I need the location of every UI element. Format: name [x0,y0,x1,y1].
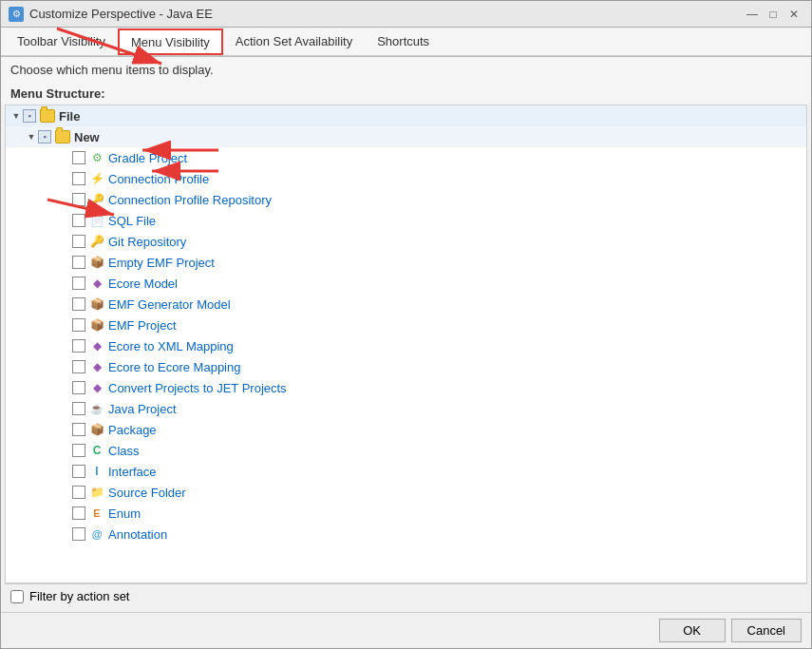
filter-bar: Filter by action set [5,583,807,608]
bottom-buttons: OK Cancel [1,612,811,648]
checkbox-package[interactable] [72,423,85,436]
tab-toolbar-visibility[interactable]: Toolbar Visibility [5,29,118,55]
git-icon: 🔑 [89,234,104,249]
section-header: Menu Structure: [1,83,811,105]
checkbox-emf-empty[interactable] [72,256,85,269]
tab-action-set[interactable]: Action Set Availability [223,29,365,55]
ecore-xml-label: Ecore to XML Mapping [108,339,234,353]
tree-item-emf-empty[interactable]: 📦 Empty EMF Project [6,252,806,273]
emf-project-icon: 📦 [89,317,104,333]
interface-icon: I [89,464,104,479]
window-title: Customize Perspective - Java EE [29,7,213,21]
tree-item-class[interactable]: C Class [6,440,806,461]
annotation-label: Annotation [108,527,167,542]
checkbox-enum[interactable] [72,506,85,520]
emf-gen-icon: 📦 [89,296,104,312]
checkbox-gradle[interactable] [72,151,85,164]
tree-item-ecore-xml[interactable]: ◆ Ecore to XML Mapping [6,335,806,356]
expand-new[interactable] [25,130,38,143]
file-folder-icon [40,109,55,123]
title-bar: ⚙ Customize Perspective - Java EE — □ ✕ [1,1,811,28]
title-bar-left: ⚙ Customize Perspective - Java EE [9,7,213,22]
emf-project-label: EMF Project [108,318,177,333]
sql-label: SQL File [108,214,156,228]
java-icon: ☕ [89,401,104,416]
interface-label: Interface [108,465,157,479]
checkbox-connection-profile[interactable] [72,172,85,185]
tree-item-git[interactable]: 🔑 Git Repository [6,231,806,252]
main-window: ⚙ Customize Perspective - Java EE — □ ✕ … [0,0,812,649]
ecore-ecore-label: Ecore to Ecore Mapping [108,360,240,374]
package-label: Package [108,423,157,437]
ecore-ecore-icon: ◆ [89,359,104,374]
checkbox-git[interactable] [72,235,85,248]
tree-item-java[interactable]: ☕ Java Project [6,398,806,419]
java-label: Java Project [108,402,177,416]
tree-item-annotation[interactable]: @ Annotation [6,524,806,544]
conn-repo-label: Connection Profile Repository [108,193,272,207]
checkbox-file[interactable]: ▪ [23,109,36,123]
connection-profile-icon: ⚡ [89,171,104,186]
cancel-button[interactable]: Cancel [731,619,802,642]
tree-item-enum[interactable]: E Enum [6,503,806,524]
tree-item-ecore-ecore[interactable]: ◆ Ecore to Ecore Mapping [6,356,806,377]
tree-item-package[interactable]: 📦 Package [6,419,806,440]
tab-menu-visibility[interactable]: Menu Visibility [118,29,223,55]
connection-profile-label: Connection Profile [108,172,209,186]
expand-file[interactable] [9,109,23,123]
git-label: Git Repository [108,235,186,249]
tree-item-ecore-model[interactable]: ◆ Ecore Model [6,273,806,294]
filter-checkbox[interactable] [10,590,24,603]
checkbox-source[interactable] [72,486,85,499]
checkbox-jet[interactable] [72,381,85,394]
tree-item-conn-repo[interactable]: 🔑 Connection Profile Repository [6,189,806,210]
tree-item-new[interactable]: ▪ New [6,126,806,147]
tree-item-emf-gen[interactable]: 📦 EMF Generator Model [6,294,806,315]
tree-item-jet[interactable]: ◆ Convert Projects to JET Projects [6,377,806,398]
tree-item-connection-profile[interactable]: ⚡ Connection Profile [6,168,806,189]
ok-button[interactable]: OK [659,619,726,642]
emf-empty-icon: 📦 [89,255,104,270]
gradle-label: Gradle Project [108,151,187,165]
enum-icon: E [89,506,104,521]
description-text: Choose which menu items to display. [1,57,811,83]
enum-label: Enum [108,506,141,521]
ecore-model-label: Ecore Model [108,277,178,291]
close-button[interactable]: ✕ [784,5,803,24]
tree-scroll-area[interactable]: ▪ File ▪ New [6,105,806,582]
tree-container: ▪ File ▪ New [5,105,807,583]
ecore-xml-icon: ◆ [89,338,104,353]
checkbox-new[interactable]: ▪ [38,130,51,143]
new-label: New [74,130,100,144]
checkbox-ecore-ecore[interactable] [72,360,85,373]
tree-item-emf-project[interactable]: 📦 EMF Project [6,315,806,335]
window-icon: ⚙ [9,7,24,22]
checkbox-java[interactable] [72,402,85,415]
checkbox-sql[interactable] [72,214,85,227]
checkbox-ecore-xml[interactable] [72,339,85,353]
checkbox-emf-project[interactable] [72,318,85,332]
tab-shortcuts[interactable]: Shortcuts [365,29,442,55]
checkbox-conn-repo[interactable] [72,193,85,206]
checkbox-interface[interactable] [72,465,85,478]
file-label: File [59,109,80,124]
tree-item-source[interactable]: 📁 Source Folder [6,482,806,503]
checkbox-annotation[interactable] [72,527,85,541]
tree-item-file[interactable]: ▪ File [6,105,806,126]
minimize-button[interactable]: — [743,5,762,24]
checkbox-ecore-model[interactable] [72,277,85,290]
tree-item-sql[interactable]: 📄 SQL File [6,210,806,231]
tree-item-gradle[interactable]: ⚙ Gradle Project [6,147,806,168]
ecore-model-icon: ◆ [89,276,104,291]
annotation-icon: @ [89,526,104,542]
emf-empty-label: Empty EMF Project [108,256,215,270]
filter-label: Filter by action set [29,589,130,603]
checkbox-class[interactable] [72,444,85,457]
checkbox-emf-gen[interactable] [72,297,85,311]
gradle-icon: ⚙ [89,150,104,165]
emf-gen-label: EMF Generator Model [108,297,231,312]
maximize-button[interactable]: □ [764,5,783,24]
sql-icon: 📄 [89,213,104,228]
class-icon: C [89,443,104,458]
tree-item-interface[interactable]: I Interface [6,461,806,482]
